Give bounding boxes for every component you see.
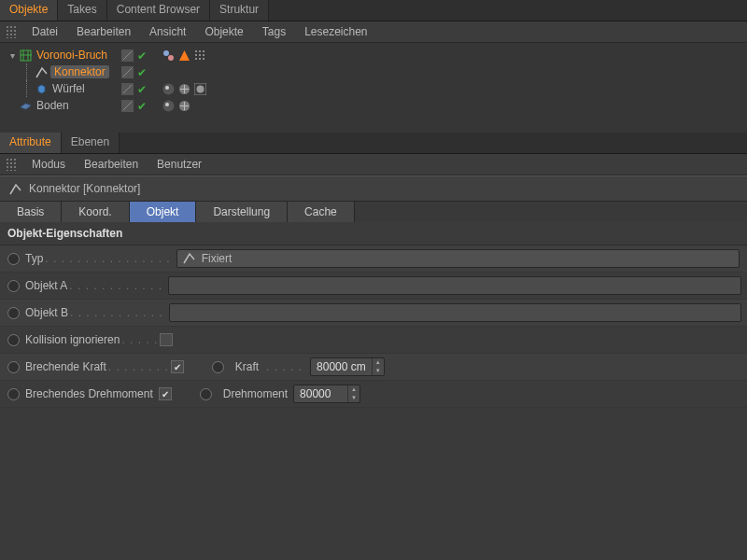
tree-item-label: Voronoi-Bruch bbox=[35, 49, 107, 62]
tree-item-label: Boden bbox=[35, 99, 69, 112]
menu-objekte[interactable]: Objekte bbox=[197, 23, 250, 40]
tab-ebenen[interactable]: Ebenen bbox=[62, 133, 120, 153]
prop-label-drehmoment: Drehmoment bbox=[223, 387, 288, 400]
brechendes-drehmoment-checkbox[interactable]: ✔ bbox=[159, 387, 172, 400]
layer-tag-icon[interactable] bbox=[121, 66, 134, 78]
layer-tag-icon[interactable] bbox=[121, 100, 134, 112]
svg-point-5 bbox=[199, 50, 201, 52]
radio-icon[interactable] bbox=[200, 388, 212, 400]
dots: . . . . . . . . . . . . bbox=[70, 306, 163, 319]
object-manager-menubar: Datei Bearbeiten Ansicht Objekte Tags Le… bbox=[0, 21, 747, 43]
radio-icon[interactable] bbox=[7, 253, 20, 265]
section-title: Objekt-Eigenschaften bbox=[0, 222, 747, 245]
svg-point-3 bbox=[168, 55, 174, 61]
drehmoment-field[interactable]: 80000 ▲▼ bbox=[293, 385, 360, 403]
menu-ansicht[interactable]: Ansicht bbox=[142, 23, 193, 40]
dynamics-tag-icon[interactable] bbox=[178, 83, 190, 95]
svg-point-22 bbox=[165, 103, 169, 106]
phong-tag-icon[interactable] bbox=[162, 83, 175, 95]
menu-bearbeiten-attr[interactable]: Bearbeiten bbox=[77, 156, 146, 173]
visibility-tag-icon[interactable]: ✔ bbox=[137, 66, 149, 78]
object-tree: ▾ Voronoi-Bruch ✔ Konnektor ✔ Würfel bbox=[0, 43, 747, 133]
dynamics-tag-icon[interactable] bbox=[178, 100, 190, 112]
typ-value: Fixiert bbox=[202, 252, 233, 265]
objekt-a-field[interactable] bbox=[168, 276, 741, 295]
tab-takes[interactable]: Takes bbox=[58, 0, 106, 21]
prop-label-typ: Typ bbox=[25, 252, 43, 265]
radio-icon[interactable] bbox=[7, 280, 20, 292]
prop-label-brechendes-drehmoment: Brechendes Drehmoment bbox=[25, 387, 153, 400]
floor-icon bbox=[20, 100, 32, 112]
svg-point-21 bbox=[163, 100, 175, 111]
prop-label-brechende-kraft: Brechende Kraft bbox=[25, 360, 106, 373]
radio-icon[interactable] bbox=[7, 361, 20, 373]
svg-point-2 bbox=[163, 50, 169, 56]
menu-benutzer[interactable]: Benutzer bbox=[149, 156, 209, 173]
svg-point-16 bbox=[165, 86, 169, 90]
visibility-tag-icon[interactable]: ✔ bbox=[137, 49, 149, 62]
radio-icon[interactable] bbox=[7, 388, 20, 400]
subtab-objekt[interactable]: Objekt bbox=[130, 202, 197, 222]
connector-icon bbox=[35, 66, 48, 78]
dots: . . . . . . . . . . . . bbox=[69, 279, 162, 292]
subtab-darstellung[interactable]: Darstellung bbox=[196, 202, 288, 222]
layer-tag-icon[interactable] bbox=[121, 83, 134, 95]
prop-kollision-ignorieren: Kollision ignorieren . . . . . bbox=[0, 327, 747, 354]
menu-lesezeichen[interactable]: Lesezeichen bbox=[297, 23, 374, 40]
cube-icon bbox=[35, 83, 48, 95]
tree-row-voronoi[interactable]: ▾ Voronoi-Bruch ✔ bbox=[0, 47, 747, 63]
typ-dropdown[interactable]: Fixiert bbox=[176, 249, 740, 268]
subtab-cache[interactable]: Cache bbox=[288, 202, 355, 222]
objekt-b-field[interactable] bbox=[169, 303, 741, 322]
menu-bearbeiten[interactable]: Bearbeiten bbox=[69, 23, 138, 40]
visibility-tag-icon[interactable]: ✔ bbox=[137, 100, 149, 112]
dynamics-tag-icon[interactable] bbox=[162, 49, 175, 62]
menu-modus[interactable]: Modus bbox=[24, 156, 73, 173]
attribute-subtabs: Basis Koord. Objekt Darstellung Cache bbox=[0, 202, 747, 222]
prop-brechende-kraft: Brechende Kraft . . . . . . . . ✔ Kraft … bbox=[0, 354, 747, 381]
tab-content-browser[interactable]: Content Browser bbox=[107, 0, 210, 21]
svg-point-6 bbox=[203, 50, 204, 52]
tree-item-label: Konnektor bbox=[50, 65, 109, 78]
material-tag-icon[interactable] bbox=[194, 83, 206, 95]
grid-tag-icon[interactable] bbox=[194, 49, 206, 62]
prop-objekt-b: Objekt B . . . . . . . . . . . . bbox=[0, 300, 747, 327]
prop-typ: Typ . . . . . . . . . . . . . . . . Fixi… bbox=[0, 245, 747, 273]
attribute-header: Konnektor [Konnektor] bbox=[0, 175, 747, 202]
grip-icon[interactable] bbox=[6, 25, 17, 38]
menu-datei[interactable]: Datei bbox=[24, 23, 65, 40]
prop-label-objekt-b: Objekt B bbox=[25, 306, 68, 319]
grip-icon[interactable] bbox=[6, 158, 17, 171]
dots: . . . . . bbox=[266, 360, 303, 373]
dots: . . . . . . . . bbox=[108, 360, 169, 373]
expander-icon[interactable]: ▾ bbox=[7, 50, 17, 61]
spinner-icon[interactable]: ▲▼ bbox=[347, 385, 359, 402]
visibility-tag-icon[interactable]: ✔ bbox=[137, 83, 149, 95]
kollision-checkbox[interactable] bbox=[160, 333, 173, 346]
tab-attribute[interactable]: Attribute bbox=[0, 133, 62, 153]
tree-row-boden[interactable]: Boden ✔ bbox=[0, 97, 747, 114]
voronoi-icon bbox=[20, 49, 32, 62]
kraft-field[interactable]: 80000 cm ▲▼ bbox=[310, 357, 385, 376]
attribute-header-title: Konnektor [Konnektor] bbox=[29, 182, 140, 195]
warning-tag-icon[interactable] bbox=[178, 49, 190, 62]
tab-struktur[interactable]: Struktur bbox=[210, 0, 269, 21]
subtab-basis[interactable]: Basis bbox=[0, 202, 62, 222]
tree-row-wuerfel[interactable]: Würfel ✔ bbox=[0, 80, 747, 97]
svg-point-12 bbox=[203, 58, 204, 60]
brechende-kraft-checkbox[interactable]: ✔ bbox=[171, 360, 184, 373]
tree-row-konnektor[interactable]: Konnektor ✔ bbox=[0, 63, 747, 80]
spinner-icon[interactable]: ▲▼ bbox=[372, 358, 384, 375]
prop-label-kraft: Kraft bbox=[235, 360, 259, 373]
radio-icon[interactable] bbox=[7, 334, 20, 346]
svg-point-10 bbox=[195, 58, 197, 60]
layer-tag-icon[interactable] bbox=[121, 49, 134, 62]
subtab-koord[interactable]: Koord. bbox=[62, 202, 129, 222]
radio-icon[interactable] bbox=[212, 361, 224, 373]
menu-tags[interactable]: Tags bbox=[255, 23, 293, 40]
phong-tag-icon[interactable] bbox=[162, 100, 175, 112]
tab-objekte[interactable]: Objekte bbox=[0, 0, 58, 21]
radio-icon[interactable] bbox=[7, 307, 20, 319]
prop-brechendes-drehmoment: Brechendes Drehmoment ✔ Drehmoment 80000… bbox=[0, 381, 747, 408]
prop-label-objekt-a: Objekt A bbox=[25, 279, 67, 292]
